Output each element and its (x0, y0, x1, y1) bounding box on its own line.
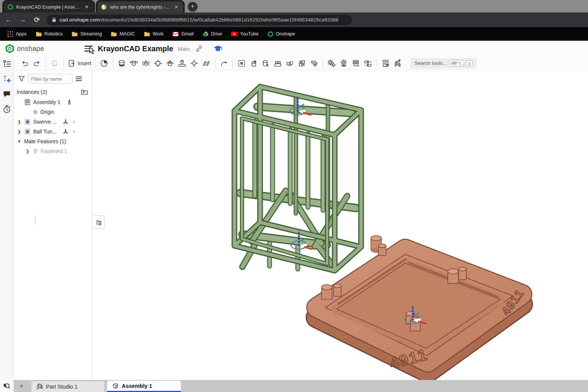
insert-parts-button[interactable] (272, 58, 284, 69)
onshape-favicon-icon (8, 4, 13, 10)
pattern-button[interactable] (296, 58, 308, 69)
assembly-doc-icon (24, 99, 31, 106)
expander-open-icon[interactable]: ▼ (17, 139, 22, 144)
document-menu-icon[interactable] (84, 46, 93, 52)
add-folder-icon[interactable] (81, 89, 88, 95)
tree-item-label: Assembly 1 (33, 99, 60, 105)
dots-icon[interactable] (72, 119, 75, 125)
replicate-icon (364, 59, 372, 67)
history-button[interactable] (2, 104, 12, 114)
configs-icon (394, 59, 402, 67)
planar-mate-button[interactable] (152, 58, 164, 69)
assembly-structure-button[interactable] (2, 59, 12, 69)
bookmark-drive[interactable]: Drive (200, 30, 225, 38)
tangent-mate-button[interactable] (200, 58, 212, 69)
panel-flyout-handle[interactable] (93, 216, 105, 229)
undo-button[interactable] (19, 58, 31, 69)
tree-item-swerve[interactable]: ❯Swerve ... (14, 117, 92, 127)
tree-guide-line (35, 216, 35, 225)
variables-button[interactable] (2, 74, 12, 84)
expander-closed-icon[interactable]: ❯ (17, 119, 22, 124)
expander-closed-icon[interactable]: ❯ (17, 129, 22, 134)
toolbar-button-label: Insert (78, 60, 91, 66)
list-options-icon[interactable] (75, 76, 82, 82)
fastened-icon (118, 59, 126, 67)
new-tab-button[interactable]: + (188, 2, 198, 12)
group-button[interactable] (236, 58, 248, 69)
slider-mate-button[interactable] (140, 58, 152, 69)
reload-icon[interactable]: ⟳ (32, 15, 41, 24)
bookmark-robotics[interactable]: Robotics (33, 30, 66, 38)
transform-button[interactable] (284, 58, 296, 69)
tree-item-ball-tun[interactable]: ❯Ball Tun... (14, 127, 92, 136)
gearbase-icon (340, 59, 348, 67)
brand-text: onshape (17, 45, 44, 53)
explode-button[interactable] (308, 58, 320, 69)
browser-tab-inactive[interactable]: who are the cyberknights - Goog ✕ (97, 2, 183, 12)
bom-button[interactable] (380, 58, 392, 69)
tree-item-fastened-1[interactable]: ❯Fastened 1 (14, 146, 92, 156)
tab-close-icon[interactable]: ✕ (173, 4, 179, 10)
tree-item-assembly-1[interactable]: Assembly 1 (14, 97, 92, 107)
update-button[interactable] (49, 58, 61, 69)
tray-icon (274, 59, 282, 67)
search-tabs-button[interactable] (0, 380, 14, 392)
tab-close-icon[interactable]: ✕ (84, 4, 90, 10)
url-path: /documents/24d836034a0b96896bff6815/w/0c… (100, 17, 338, 23)
relations-button[interactable] (326, 58, 338, 69)
back-icon[interactable]: ← (4, 16, 13, 24)
bookmark-magic[interactable]: MAGIC (108, 30, 138, 38)
document-title[interactable]: KrayonCAD Example (98, 44, 173, 53)
search-tools-input[interactable]: Search tools...alt/⌥c (410, 58, 476, 69)
browser-tab-active[interactable]: KrayonCAD Example | Assembly ✕ (4, 2, 93, 12)
assembly-3d-scene[interactable]: 4911 4911 (92, 70, 588, 380)
bookmark-work[interactable]: Work (141, 30, 167, 38)
replicate-button[interactable] (362, 58, 374, 69)
bookmark-gmail[interactable]: Gmail (170, 30, 197, 38)
configurations-button[interactable] (392, 58, 404, 69)
expander-closed-icon[interactable]: ❯ (25, 149, 30, 154)
pin-slot-mate-button[interactable] (176, 58, 188, 69)
named-positions-button[interactable] (260, 58, 272, 69)
filter-input[interactable] (28, 74, 72, 84)
bookmark-streaming[interactable]: Streaming (69, 30, 105, 38)
ground-icon[interactable] (66, 99, 72, 105)
rack-relation-button[interactable] (350, 58, 362, 69)
onshape-logo[interactable]: onshape (0, 44, 50, 53)
tripod-icon[interactable] (63, 129, 69, 135)
bom-icon (381, 59, 390, 67)
frame-structure-part[interactable] (234, 87, 361, 271)
tripod-icon[interactable] (63, 119, 69, 125)
learning-center-icon[interactable] (213, 45, 222, 52)
graphics-viewport[interactable]: 4911 4911 (92, 70, 588, 380)
bookmark-onshape[interactable]: Onshape (265, 30, 298, 38)
redo-button[interactable] (31, 58, 43, 69)
forward-icon[interactable]: → (18, 16, 27, 24)
bookmark-youtube[interactable]: YouTube (228, 30, 262, 38)
add-element-button[interactable]: + (16, 380, 27, 392)
cylindrical-icon (166, 59, 174, 67)
snap-mode-button[interactable] (218, 58, 230, 69)
tree-item-origin[interactable]: Origin (14, 107, 92, 117)
sync-icon (51, 59, 59, 67)
apps-grid-icon (8, 31, 13, 37)
dots-icon[interactable] (72, 129, 75, 135)
tab-assembly[interactable]: Assembly 1 (107, 381, 181, 392)
fastened-mate-button[interactable] (116, 58, 128, 69)
onshape-header: onshape KrayonCAD Example Main (0, 41, 588, 57)
ball-mate-button[interactable] (188, 58, 200, 69)
branch-name[interactable]: Main (178, 46, 190, 52)
share-link-icon[interactable] (195, 45, 203, 52)
filter-icon[interactable] (18, 76, 25, 82)
insert-button[interactable]: Insert (66, 58, 92, 69)
tab-part-studio[interactable]: Part Studio 1 (31, 381, 105, 392)
cylindrical-mate-button[interactable] (164, 58, 176, 69)
bookmark-apps[interactable]: Apps (5, 30, 30, 38)
comments-button[interactable] (2, 89, 12, 99)
tree-item-mate-features-1[interactable]: ▼Mate Features (1) (14, 136, 92, 146)
mate-button[interactable] (98, 58, 110, 69)
address-bar[interactable]: cad.onshape.com/documents/24d836034a0b96… (47, 15, 352, 25)
drive-relation-button[interactable] (338, 58, 350, 69)
mate-connector-button[interactable] (248, 58, 260, 69)
revolute-mate-button[interactable] (128, 58, 140, 69)
